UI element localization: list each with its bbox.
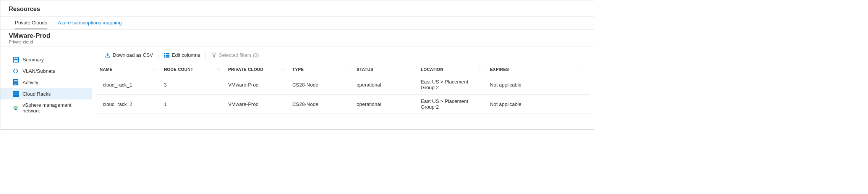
sidebar-item-label: vSphere management network [23,102,87,114]
svg-rect-8 [14,83,18,83]
page-title: Resources [9,6,585,13]
columns-icon [164,53,170,58]
sidebar-item-label: Cloud Racks [23,91,51,97]
rack-icon [13,91,19,97]
svg-rect-11 [13,93,19,95]
cell-name: cloud_rack_2 [96,95,160,114]
sidebar-item-vlan-subnets[interactable]: VLAN/Subnets [0,65,92,77]
col-private-cloud[interactable]: PRIVATE CLOUD↑↓ [224,64,288,75]
col-name[interactable]: NAME↑↓ [96,64,160,75]
col-location[interactable]: LOCATION↑↓ [417,64,486,75]
svg-rect-16 [164,56,165,58]
svg-rect-1 [13,57,15,59]
top-tabs: Private Clouds Azure subscriptions mappi… [0,17,594,30]
sidebar-item-activity[interactable]: Activity [0,77,92,88]
sort-icon: ↑↓ [345,67,349,71]
edit-columns-label: Edit columns [172,52,200,58]
download-icon [105,53,110,58]
main-content: Download as CSV Edit columns Selected fi… [92,47,594,130]
sidebar-item-cloud-racks[interactable]: Cloud Racks [0,88,92,99]
sidebar-item-label: Activity [23,80,38,85]
svg-rect-10 [13,91,19,93]
sidebar-item-label: Summary [23,57,44,63]
network-icon [13,68,19,74]
svg-rect-3 [13,60,18,61]
svg-rect-2 [16,57,18,59]
cell-type: CS28-Node [288,95,353,114]
svg-rect-9 [14,84,16,85]
cell-location: East US > Placement Group 2 [417,75,486,95]
cell-private-cloud: VMware-Prod [224,75,288,95]
table-header-row: NAME↑↓ NODE COUNT↑↓ PRIVATE CLOUD↑↓ TYPE… [96,64,590,75]
col-node-count[interactable]: NODE COUNT↑↓ [160,64,224,75]
svg-rect-12 [13,95,19,97]
svg-rect-6 [14,80,18,81]
svg-point-13 [13,106,18,109]
cell-type: CS28-Node [288,75,353,95]
cell-name: cloud_rack_1 [96,75,160,95]
selected-filters-button[interactable]: Selected filters (0) [206,51,264,59]
cell-expires: Not applicable [486,75,590,95]
svg-rect-18 [166,55,169,56]
sidebar-item-vsphere-network[interactable]: vSphere management network [0,99,92,116]
cell-status: operational [353,95,417,114]
table-row[interactable]: cloud_rack_2 1 VMware-Prod CS28-Node ope… [96,95,590,114]
download-csv-button[interactable]: Download as CSV [100,51,159,59]
sidebar-item-label: VLAN/Subnets [23,68,55,74]
tab-azure-subscriptions-mapping[interactable]: Azure subscriptions mapping [58,17,122,29]
filter-icon [211,53,217,58]
col-status[interactable]: STATUS↑↓ [353,64,417,75]
vsphere-icon [13,105,19,111]
activity-icon [13,79,19,85]
svg-rect-7 [14,82,18,82]
edit-columns-button[interactable]: Edit columns [159,51,206,59]
resource-subtitle: Private cloud [9,40,585,44]
download-csv-label: Download as CSV [113,52,153,58]
resource-title-block: VMware-Prod Private cloud [0,30,594,47]
svg-rect-14 [164,53,165,54]
svg-rect-19 [166,56,169,58]
page-header: Resources [0,0,594,17]
toolbar: Download as CSV Edit columns Selected fi… [96,47,590,63]
selected-filters-label: Selected filters (0) [219,52,259,58]
sort-icon: ↑↓ [409,67,413,71]
sort-icon: ↑↓ [152,67,156,71]
cell-expires: Not applicable [486,95,590,114]
sidebar-item-summary[interactable]: Summary [0,54,92,65]
cell-node-count: 1 [160,95,224,114]
svg-rect-4 [13,61,18,62]
tab-private-clouds[interactable]: Private Clouds [15,17,47,29]
sort-icon: ↑↓ [478,67,483,71]
svg-rect-15 [164,55,165,56]
col-expires[interactable]: EXPIRES↑↓ [486,64,590,75]
sort-icon: ↑↓ [582,67,586,71]
sort-icon: ↑↓ [217,67,221,71]
svg-rect-5 [13,79,18,85]
cell-location: East US > Placement Group 2 [417,95,486,114]
summary-icon [13,56,19,63]
sort-icon: ↑↓ [281,67,285,71]
racks-table: NAME↑↓ NODE COUNT↑↓ PRIVATE CLOUD↑↓ TYPE… [96,64,590,114]
svg-rect-17 [166,53,169,54]
sidebar: Summary VLAN/Subnets Activity Cloud Rack… [0,47,92,130]
cell-private-cloud: VMware-Prod [224,95,288,114]
resource-name: VMware-Prod [9,32,585,40]
col-type[interactable]: TYPE↑↓ [288,64,353,75]
cell-status: operational [353,75,417,95]
table-row[interactable]: cloud_rack_1 3 VMware-Prod CS28-Node ope… [96,75,590,95]
cell-node-count: 3 [160,75,224,95]
